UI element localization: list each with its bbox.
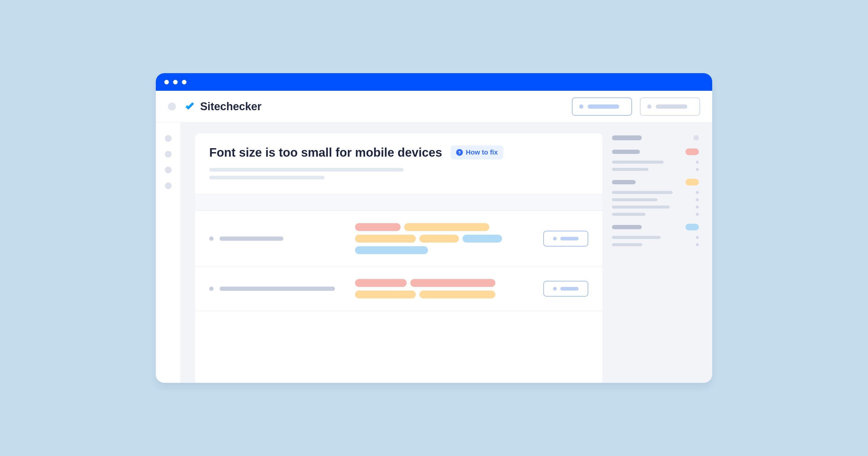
right-panel-group-critical (612, 149, 699, 171)
placeholder-icon (553, 287, 557, 291)
brand-logo[interactable]: Sitechecker (184, 100, 261, 113)
placeholder-text (560, 237, 579, 240)
tag (355, 235, 416, 242)
row-action-button[interactable] (543, 231, 588, 247)
right-panel-item[interactable] (612, 243, 699, 246)
placeholder-icon (579, 104, 583, 109)
window-control-minimize[interactable] (173, 80, 178, 85)
right-panel-item[interactable] (612, 198, 699, 201)
row-tags (355, 223, 531, 254)
right-panel (612, 133, 712, 383)
favicon-placeholder (209, 236, 214, 241)
placeholder-text (656, 104, 687, 109)
sidebar-item[interactable] (165, 183, 172, 189)
tag (404, 223, 489, 231)
right-panel-item[interactable] (612, 236, 699, 239)
group-count-badge (685, 224, 699, 230)
tag (420, 235, 459, 242)
app-body: Font size is too small for mobile device… (156, 122, 712, 383)
how-to-fix-label: How to fix (466, 149, 498, 156)
sidebar-item[interactable] (165, 151, 172, 158)
tag (355, 279, 407, 287)
right-panel-item[interactable] (612, 213, 699, 216)
url-placeholder (220, 236, 283, 241)
brand-name: Sitechecker (200, 100, 261, 113)
window-title-bar (156, 73, 712, 91)
placeholder-label (612, 135, 642, 140)
placeholder-text (588, 104, 619, 109)
placeholder-text (560, 287, 579, 291)
header-button-primary[interactable] (572, 97, 632, 116)
right-panel-header (612, 135, 699, 140)
placeholder-icon (553, 237, 557, 240)
issue-row (195, 211, 602, 267)
filter-bar (195, 195, 602, 211)
group-count-badge (685, 149, 699, 155)
checkmark-icon (184, 100, 196, 112)
description-placeholder (209, 168, 404, 171)
placeholder-count (693, 135, 699, 140)
row-action-button[interactable] (543, 281, 588, 297)
header-button-secondary[interactable] (640, 97, 700, 116)
description-placeholder (209, 176, 325, 180)
issue-title: Font size is too small for mobile device… (209, 145, 442, 159)
menu-icon[interactable] (168, 103, 176, 110)
tag (355, 291, 416, 298)
tag (420, 291, 495, 298)
issue-header: Font size is too small for mobile device… (195, 133, 602, 195)
tag (355, 246, 428, 254)
question-icon: ? (456, 149, 463, 156)
tag (463, 235, 502, 242)
sidebar-item[interactable] (165, 135, 172, 142)
right-panel-item[interactable] (612, 191, 699, 194)
issue-row (195, 267, 602, 311)
browser-window: Sitechecker Font size is too small for m… (156, 73, 712, 383)
row-url[interactable] (209, 287, 343, 291)
tag (410, 279, 495, 287)
favicon-placeholder (209, 287, 214, 291)
app-header: Sitechecker (156, 91, 712, 122)
group-label (612, 180, 636, 184)
right-panel-group-warnings (612, 179, 699, 216)
window-control-close[interactable] (164, 80, 169, 85)
tag (355, 223, 401, 231)
sidebar (156, 122, 181, 383)
group-count-badge (685, 179, 699, 186)
window-control-maximize[interactable] (182, 80, 186, 85)
right-panel-item[interactable] (612, 168, 699, 171)
group-label (612, 150, 640, 154)
row-url[interactable] (209, 236, 343, 241)
right-panel-item[interactable] (612, 161, 699, 164)
url-placeholder (220, 287, 335, 291)
main-area: Font size is too small for mobile device… (181, 122, 712, 383)
right-panel-group-notices (612, 224, 699, 246)
group-label (612, 225, 642, 229)
placeholder-icon (647, 104, 651, 109)
right-panel-item[interactable] (612, 205, 699, 208)
sidebar-item[interactable] (165, 167, 172, 173)
issue-panel: Font size is too small for mobile device… (195, 133, 602, 383)
row-tags (355, 279, 531, 298)
how-to-fix-button[interactable]: ? How to fix (451, 145, 503, 159)
